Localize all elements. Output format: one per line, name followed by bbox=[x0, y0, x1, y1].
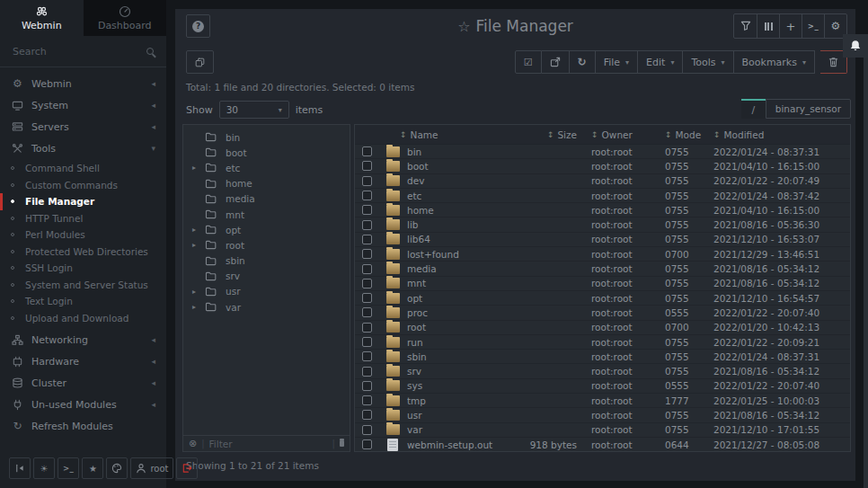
tree-item[interactable]: ▸ mnt bbox=[183, 207, 350, 222]
row-checkbox[interactable] bbox=[362, 293, 372, 303]
sidebar-subitem[interactable]: HTTP Tunnel bbox=[0, 210, 166, 227]
row-checkbox[interactable] bbox=[362, 176, 372, 186]
tree-filter-input[interactable] bbox=[209, 439, 328, 449]
row-checkbox[interactable] bbox=[362, 439, 372, 449]
table-row[interactable]: boot root:root 0755 2021/04/10 - 16:15:0… bbox=[355, 159, 850, 173]
table-row[interactable]: root root:root 0700 2022/01/20 - 10:42:1… bbox=[355, 321, 850, 335]
tree-item[interactable]: ▸ boot bbox=[183, 145, 350, 160]
notifications-button[interactable] bbox=[843, 34, 868, 58]
table-row[interactable]: mnt root:root 0755 2021/08/16 - 05:34:12 bbox=[355, 277, 850, 291]
edit-menu-button[interactable]: Edit▾ bbox=[638, 50, 683, 74]
sort-icon[interactable]: ↕ bbox=[591, 130, 598, 139]
row-checkbox[interactable] bbox=[362, 249, 372, 259]
caret-right-icon[interactable]: ▸ bbox=[192, 164, 205, 172]
sort-icon[interactable]: ↕ bbox=[665, 130, 672, 139]
table-row[interactable]: srv root:root 0755 2021/08/16 - 05:34:12 bbox=[355, 364, 850, 378]
tree-item[interactable]: ▸ media bbox=[183, 191, 350, 207]
tree-item[interactable]: ▸ usr bbox=[183, 284, 350, 299]
add-button[interactable]: + bbox=[779, 14, 802, 38]
row-checkbox[interactable] bbox=[362, 367, 372, 377]
table-row[interactable]: sys root:root 0555 2022/01/22 - 20:07:40 bbox=[355, 379, 850, 394]
row-checkbox[interactable] bbox=[362, 381, 372, 391]
file-menu-button[interactable]: File▾ bbox=[596, 50, 638, 74]
table-row[interactable]: dev root:root 0755 2022/01/22 - 20:07:49 bbox=[355, 174, 850, 189]
sort-icon[interactable]: ↕ bbox=[400, 130, 407, 139]
row-checkbox[interactable] bbox=[362, 235, 372, 244]
sidebar-subitem[interactable]: Upload and Download bbox=[0, 310, 166, 327]
row-checkbox[interactable] bbox=[362, 205, 372, 215]
row-checkbox[interactable] bbox=[362, 191, 372, 200]
logout-button[interactable] bbox=[176, 457, 198, 479]
folders-only-icon[interactable] bbox=[340, 440, 344, 447]
table-row[interactable]: media root:root 0755 2021/08/16 - 05:34:… bbox=[355, 262, 850, 276]
row-checkbox[interactable] bbox=[362, 351, 372, 361]
sidebar-subitem[interactable]: System and Server Status bbox=[0, 277, 166, 294]
table-row[interactable]: proc root:root 0555 2022/01/22 - 20:07:4… bbox=[355, 306, 850, 320]
row-checkbox[interactable] bbox=[362, 146, 372, 156]
sidebar-subitem[interactable]: Text Login bbox=[0, 293, 166, 310]
sidebar-subitem[interactable]: Custom Commands bbox=[0, 177, 166, 194]
row-checkbox[interactable] bbox=[362, 220, 372, 230]
select-all-button[interactable]: ☑ bbox=[515, 50, 542, 74]
column-header-name[interactable]: Name bbox=[411, 129, 438, 140]
table-row[interactable]: tmp root:root 1777 2022/01/25 - 10:00:03 bbox=[355, 394, 850, 408]
tree-item[interactable]: ▸ bin bbox=[183, 129, 350, 145]
row-checkbox[interactable] bbox=[362, 264, 372, 274]
table-row[interactable]: run root:root 0755 2022/01/22 - 20:09:21 bbox=[355, 335, 850, 350]
table-row[interactable]: home root:root 0755 2021/04/10 - 16:15:0… bbox=[355, 203, 850, 217]
breadcrumb-root[interactable]: / bbox=[741, 99, 766, 119]
table-row[interactable]: lost+found root:root 0700 2021/12/29 - 1… bbox=[355, 247, 850, 262]
search-input[interactable] bbox=[13, 46, 146, 58]
export-button[interactable] bbox=[542, 50, 570, 74]
user-button[interactable]: root bbox=[130, 457, 173, 479]
theme-palette-button[interactable] bbox=[106, 457, 128, 479]
caret-right-icon[interactable]: ▸ bbox=[192, 303, 205, 311]
tools-menu-button[interactable]: Tools▾ bbox=[683, 50, 733, 74]
sidebar-item-hardware[interactable]: Hardware ◂ bbox=[0, 350, 166, 372]
terminal-button[interactable]: >_ bbox=[58, 457, 79, 479]
column-header-owner[interactable]: Owner bbox=[602, 129, 633, 140]
bookmarks-menu-button[interactable]: Bookmarks▾ bbox=[734, 50, 815, 74]
sidebar-item-unused-modules[interactable]: Un-used Modules ◂ bbox=[0, 394, 166, 415]
sidebar-subitem[interactable]: Protected Web Directories bbox=[0, 244, 166, 261]
sidebar-subitem[interactable]: Perl Modules bbox=[0, 226, 166, 244]
sidebar-item-servers[interactable]: Servers ◂ bbox=[0, 116, 166, 138]
sidebar-item-webmin[interactable]: ⚙ Webmin ◂ bbox=[0, 73, 166, 94]
tab-webmin[interactable]: Webmin bbox=[0, 0, 84, 36]
table-row[interactable]: sbin root:root 0755 2022/01/24 - 08:37:3… bbox=[355, 350, 850, 364]
table-row[interactable]: webmin-setup.out 918 bytes root:root 064… bbox=[355, 438, 850, 451]
row-checkbox[interactable] bbox=[362, 161, 372, 171]
tree-item[interactable]: ▸ sbin bbox=[183, 253, 350, 269]
column-header-size[interactable]: Size bbox=[557, 129, 577, 140]
row-checkbox[interactable] bbox=[362, 307, 372, 317]
table-row[interactable]: usr root:root 0755 2021/08/16 - 05:34:12 bbox=[355, 408, 850, 422]
row-checkbox[interactable] bbox=[362, 410, 372, 420]
theme-brightness-button[interactable]: ☀ bbox=[33, 457, 55, 479]
tree-item[interactable]: ▸ home bbox=[183, 176, 350, 191]
tree-item[interactable]: ▸ opt bbox=[183, 222, 350, 237]
table-row[interactable]: lib root:root 0755 2021/08/16 - 05:36:30 bbox=[355, 217, 850, 232]
table-row[interactable]: opt root:root 0755 2021/12/10 - 16:54:57 bbox=[355, 291, 850, 306]
caret-right-icon[interactable]: ▸ bbox=[192, 288, 205, 296]
caret-right-icon[interactable]: ▸ bbox=[192, 241, 205, 249]
sidebar-item-system[interactable]: System ◂ bbox=[0, 94, 166, 116]
tree-item[interactable]: ▸ root bbox=[183, 237, 350, 253]
clear-filter-icon[interactable]: ⊗ bbox=[189, 439, 197, 448]
sidebar-item-cluster[interactable]: Cluster ◂ bbox=[0, 372, 166, 394]
row-checkbox[interactable] bbox=[362, 279, 372, 288]
row-checkbox[interactable] bbox=[362, 337, 372, 347]
sidebar-subitem[interactable]: File Manager bbox=[0, 193, 166, 210]
row-checkbox[interactable] bbox=[362, 395, 372, 405]
columns-button[interactable] bbox=[757, 14, 779, 38]
tree-item[interactable]: ▸ etc bbox=[183, 160, 350, 175]
filter-button[interactable] bbox=[734, 14, 757, 38]
breadcrumb-current[interactable]: binary_sensor bbox=[766, 99, 851, 119]
table-row[interactable]: bin root:root 0755 2022/01/24 - 08:37:31 bbox=[355, 145, 850, 159]
column-header-mode[interactable]: Mode bbox=[676, 129, 702, 140]
sidebar-item-refresh-modules[interactable]: ↻ Refresh Modules bbox=[0, 415, 166, 437]
shell-button[interactable]: >_ bbox=[802, 14, 824, 38]
sidebar-subitem[interactable]: SSH Login bbox=[0, 260, 166, 277]
table-row[interactable]: etc root:root 0755 2022/01/24 - 08:37:42 bbox=[355, 189, 850, 203]
row-checkbox[interactable] bbox=[362, 323, 372, 333]
sort-icon[interactable]: ↕ bbox=[547, 130, 554, 139]
